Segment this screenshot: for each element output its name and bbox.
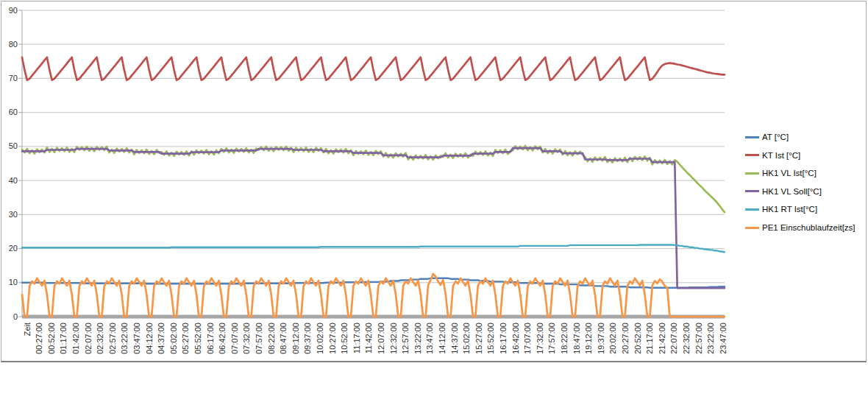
legend-item-label: HK1 VL Soll[°C] (762, 187, 822, 196)
legend-item[interactable]: AT [°C] (745, 131, 789, 143)
legend-line-swatch (745, 227, 759, 229)
legend-item-label: HK1 RT Ist[°C] (762, 205, 817, 214)
legend-item-label: HK1 VL Ist[°C] (762, 169, 817, 177)
x-tick-label: 22:07:00 (669, 323, 678, 354)
series-line-hk1-vl-ist-c-[interactable] (22, 146, 725, 212)
x-tick-label: 21:42:00 (658, 323, 666, 354)
x-tick-label: 05:27:00 (181, 323, 190, 354)
x-tick-label: 11:17:00 (352, 323, 361, 353)
x-tick-label: 20:52:00 (633, 323, 642, 354)
x-tick-label: 07:32:00 (242, 323, 251, 354)
x-tick-label: 14:37:00 (450, 323, 459, 354)
x-tick-label: 05:52:00 (193, 323, 202, 354)
y-tick-label: 80 (1, 40, 18, 49)
x-tick-label: 08:22:00 (267, 323, 276, 354)
y-tick-label: 10 (1, 278, 18, 287)
x-tick-label: 23:47:00 (719, 323, 728, 354)
x-tick-label: 12:57:00 (401, 323, 410, 354)
x-tick-label: 15:52:00 (486, 323, 495, 354)
y-tick-label: 40 (1, 176, 18, 186)
x-tick-label: 03:22:00 (120, 323, 129, 354)
legend-item-label: KT Ist [°C] (762, 151, 800, 160)
x-tick-label: 09:12:00 (291, 323, 300, 354)
x-tick-label: 22:57:00 (694, 323, 703, 354)
x-tick-label: 00:52:00 (47, 323, 56, 354)
series-line-kt-ist-c-[interactable] (22, 57, 725, 80)
x-tick-label: 01:42:00 (71, 323, 80, 354)
legend-item[interactable]: HK1 RT Ist[°C] (745, 203, 817, 215)
x-tick-label: 12:07:00 (377, 323, 385, 354)
y-tick-label: 70 (1, 74, 18, 83)
chart-canvas[interactable] (0, 0, 868, 394)
x-tick-label: 17:32:00 (536, 323, 544, 354)
x-tick-label: 18:47:00 (572, 323, 581, 354)
x-tick-label: 02:32:00 (96, 323, 104, 354)
x-tick-label: 10:52:00 (340, 323, 349, 354)
x-tick-label: 02:57:00 (108, 323, 117, 354)
x-tick-label: 15:02:00 (462, 323, 471, 354)
legend-item-label: PE1 Einschublaufzeit[zs] (762, 223, 855, 232)
y-tick-label: 50 (1, 141, 18, 151)
x-tick-label: 01:17:00 (59, 323, 68, 354)
y-tick-label: 60 (1, 108, 18, 117)
x-tick-label: 02:07:00 (84, 323, 93, 354)
x-tick-label: 21:17:00 (645, 323, 654, 354)
x-tick-label: 11:42:00 (364, 323, 373, 353)
x-axis-title: Zeit (23, 323, 32, 336)
x-tick-label: 07:57:00 (255, 323, 263, 354)
x-tick-label: 04:12:00 (145, 323, 154, 354)
series-line-hk1-vl-soll-c-[interactable] (22, 148, 725, 288)
x-tick-label: 12:32:00 (389, 323, 398, 354)
legend-item-label: AT [°C] (762, 133, 789, 141)
x-tick-label: 20:02:00 (608, 323, 617, 354)
x-tick-label: 10:02:00 (316, 323, 324, 354)
legend-item[interactable]: KT Ist [°C] (745, 149, 800, 161)
x-tick-label: 06:17:00 (206, 323, 215, 354)
x-tick-label: 20:27:00 (621, 323, 630, 354)
y-tick-label: 20 (1, 244, 18, 253)
legend-line-swatch (745, 190, 759, 192)
x-tick-label: 23:22:00 (706, 323, 715, 354)
x-tick-label: 15:27:00 (474, 323, 483, 354)
y-tick-label: 0 (1, 312, 18, 322)
x-tick-label: 16:42:00 (511, 323, 520, 354)
x-tick-label: 04:37:00 (157, 323, 166, 354)
x-tick-label: 22:32:00 (682, 323, 691, 354)
legend-item[interactable]: PE1 Einschublaufzeit[zs] (745, 222, 855, 233)
legend-item[interactable]: HK1 VL Soll[°C] (745, 186, 822, 197)
x-tick-label: 17:57:00 (547, 323, 556, 354)
worksheet-background: { "chart_data": { "type": "line", "title… (0, 0, 868, 394)
legend-line-swatch (745, 136, 759, 138)
x-tick-label: 13:47:00 (425, 323, 434, 354)
x-tick-label: 10:27:00 (328, 323, 337, 354)
legend-line-swatch (745, 154, 759, 156)
x-tick-label: 06:42:00 (218, 323, 227, 354)
legend-line-swatch (745, 172, 759, 175)
legend-line-swatch (745, 208, 759, 211)
x-tick-label: 00:27:00 (35, 323, 43, 354)
x-tick-label: 05:02:00 (169, 323, 178, 354)
series-line-pe1-einschublaufzeit-zs-[interactable] (22, 274, 725, 317)
x-tick-label: 09:37:00 (303, 323, 312, 354)
x-tick-label: 03:47:00 (132, 323, 141, 354)
x-tick-label: 17:07:00 (523, 323, 532, 354)
legend-item[interactable]: HK1 VL Ist[°C] (745, 167, 817, 179)
x-tick-label: 19:37:00 (597, 323, 605, 354)
x-tick-label: 16:17:00 (499, 323, 508, 354)
x-tick-label: 18:22:00 (560, 323, 569, 354)
x-tick-label: 14:12:00 (438, 323, 447, 354)
y-tick-label: 90 (1, 6, 18, 15)
y-tick-label: 30 (1, 210, 18, 219)
x-tick-label: 07:07:00 (230, 323, 239, 354)
x-tick-label: 13:22:00 (413, 323, 422, 354)
x-tick-label: 19:12:00 (584, 323, 593, 354)
x-tick-label: 08:47:00 (279, 323, 288, 354)
